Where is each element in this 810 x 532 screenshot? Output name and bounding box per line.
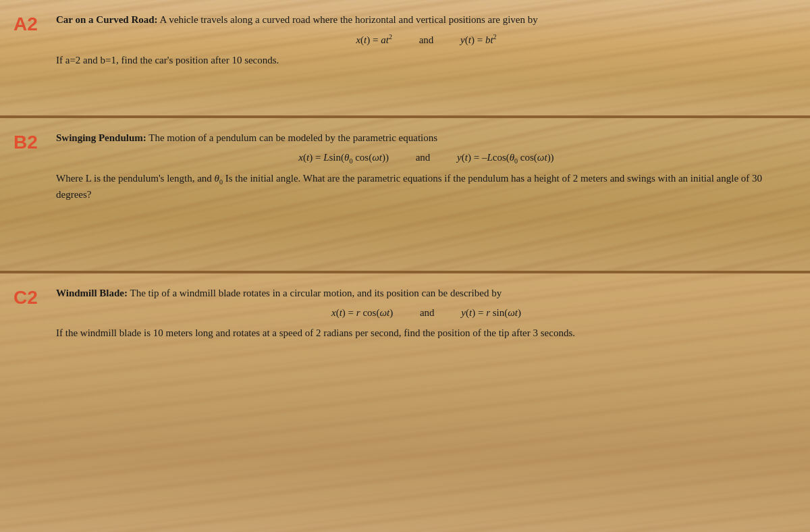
c2-title: Windmill Blade: bbox=[56, 288, 128, 298]
c2-equation: x(t) = r cos(ωt) and y(t) = r sin(ωt) bbox=[56, 305, 796, 321]
label-a2: A2 bbox=[14, 14, 51, 35]
c2-eq-and: and bbox=[420, 305, 435, 321]
b2-title: Swinging Pendulum: bbox=[56, 132, 146, 143]
section-a2: A2 Car on a Curved Road: A vehicle trave… bbox=[0, 0, 810, 118]
c2-eq-x: x(t) = r cos(ωt) bbox=[331, 305, 393, 321]
b2-text-block: Swinging Pendulum: The motion of a pendu… bbox=[56, 130, 796, 146]
c2-text-block: Windmill Blade: The tip of a windmill bl… bbox=[56, 286, 796, 301]
b2-eq-y: y(t) = –Lcos(θ0 cos(ωt)) bbox=[457, 150, 554, 167]
label-b2: B2 bbox=[14, 132, 51, 153]
a2-eq-y: y(t) = bt2 bbox=[460, 32, 496, 48]
a2-text-block: Car on a Curved Road: A vehicle travels … bbox=[56, 12, 796, 28]
label-c2: C2 bbox=[14, 287, 51, 309]
page: A2 Car on a Curved Road: A vehicle trave… bbox=[0, 0, 810, 532]
b2-eq-x: x(t) = Lsin(θ0 cos(ωt)) bbox=[298, 150, 389, 167]
b2-body: Where L is the pendulum's length, and θ0… bbox=[56, 171, 796, 203]
section-c2: C2 Windmill Blade: The tip of a windmill… bbox=[0, 273, 810, 532]
b2-equation: x(t) = Lsin(θ0 cos(ωt)) and y(t) = –Lcos… bbox=[56, 150, 796, 167]
b2-eq-and: and bbox=[416, 150, 431, 165]
content-a2: Car on a Curved Road: A vehicle travels … bbox=[56, 12, 796, 68]
c2-intro: The tip of a windmill blade rotates in a… bbox=[128, 288, 502, 298]
a2-title: Car on a Curved Road: bbox=[56, 14, 158, 25]
c2-body: If the windmill blade is 10 meters long … bbox=[56, 325, 796, 341]
content-b2: Swinging Pendulum: The motion of a pendu… bbox=[56, 130, 796, 203]
a2-eq-x: x(t) = at2 bbox=[356, 32, 392, 48]
b2-intro: The motion of a pendulum can be modeled … bbox=[146, 132, 437, 143]
a2-equation: x(t) = at2 and y(t) = bt2 bbox=[56, 32, 796, 48]
section-b2: B2 Swinging Pendulum: The motion of a pe… bbox=[0, 118, 810, 273]
c2-eq-y: y(t) = r sin(ωt) bbox=[461, 305, 521, 321]
a2-body: If a=2 and b=1, find the car's position … bbox=[56, 53, 796, 68]
content-c2: Windmill Blade: The tip of a windmill bl… bbox=[56, 286, 796, 341]
a2-intro: A vehicle travels along a curved road wh… bbox=[158, 14, 538, 25]
a2-eq-and: and bbox=[419, 32, 434, 48]
